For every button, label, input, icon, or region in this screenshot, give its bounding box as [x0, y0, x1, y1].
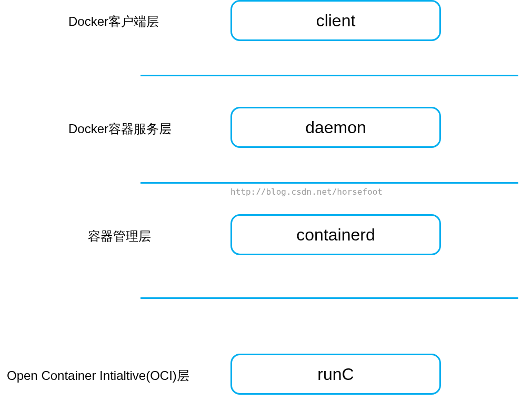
diagram-canvas: Docker客户端层 client Docker容器服务层 daemon htt…	[0, 0, 532, 401]
node-client-text: client	[316, 11, 356, 31]
node-runc: runC	[230, 354, 441, 395]
layer-label-runc: Open Container Intialtive(OCI)层	[7, 367, 189, 384]
node-containerd: containerd	[230, 214, 441, 255]
separator-2	[140, 182, 518, 184]
node-runc-text: runC	[317, 365, 354, 384]
node-containerd-text: containerd	[296, 225, 375, 245]
node-client: client	[230, 0, 441, 41]
separator-3	[140, 297, 518, 299]
layer-label-client: Docker客户端层	[68, 13, 159, 30]
layer-label-containerd: 容器管理层	[88, 228, 151, 245]
separator-1	[140, 75, 518, 76]
node-daemon-text: daemon	[305, 118, 366, 137]
layer-label-daemon: Docker容器服务层	[68, 121, 172, 137]
node-daemon: daemon	[230, 107, 441, 148]
watermark-text: http://blog.csdn.net/horsefoot	[230, 187, 383, 197]
